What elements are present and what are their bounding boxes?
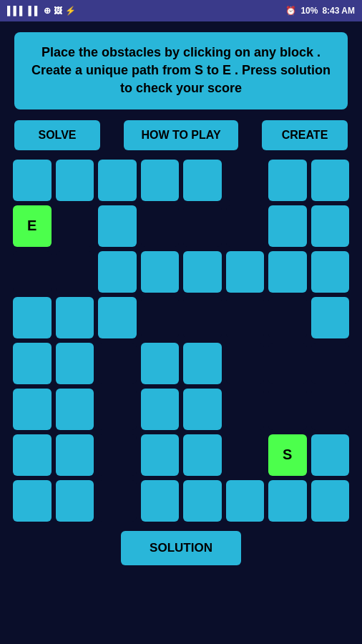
grid-cell[interactable] — [183, 297, 222, 338]
status-left: ▌▌▌ ▌▌ ⊕ 🖼 ⚡ — [7, 6, 76, 16]
grid-row — [11, 478, 351, 524]
grid-cell[interactable] — [98, 343, 137, 384]
grid-cell[interactable] — [56, 297, 94, 338]
grid-cell[interactable] — [56, 160, 94, 201]
grid-cell[interactable] — [183, 480, 222, 522]
grid-cell[interactable] — [311, 297, 350, 338]
instruction-text: Place the obstacles by clicking on any b… — [31, 45, 331, 95]
grid-cell[interactable] — [98, 434, 137, 476]
usb-icon: ⚡ — [65, 6, 76, 16]
grid-cell[interactable] — [226, 251, 265, 293]
grid-cell[interactable] — [311, 205, 350, 247]
grid-cell[interactable]: E — [13, 205, 52, 247]
grid-cell[interactable] — [311, 160, 350, 201]
grid-cell[interactable] — [98, 205, 137, 247]
grid-cell[interactable] — [13, 251, 52, 293]
grid-cell[interactable] — [141, 205, 180, 247]
grid-cell[interactable] — [311, 480, 350, 522]
grid-cell[interactable] — [13, 434, 52, 476]
grid-cell[interactable] — [13, 160, 52, 201]
grid-cell[interactable] — [141, 251, 180, 293]
grid-cell[interactable] — [13, 343, 52, 384]
grid-cell[interactable] — [268, 297, 307, 338]
grid-cell[interactable] — [268, 205, 307, 247]
signal-bars-1: ▌▌▌ — [7, 6, 26, 16]
grid-cell[interactable] — [141, 297, 180, 338]
vpn-icon: ⊕ — [44, 6, 51, 16]
grid-cell[interactable] — [141, 480, 180, 522]
alarm-icon: ⏰ — [285, 6, 296, 16]
solution-row: SOLUTION — [0, 531, 362, 565]
grid-cell[interactable] — [98, 389, 137, 430]
grid-cell[interactable] — [98, 251, 137, 293]
grid-cell[interactable] — [13, 389, 52, 430]
image-icon: 🖼 — [54, 6, 62, 16]
grid-cell[interactable]: S — [268, 434, 307, 476]
grid-cell[interactable] — [268, 343, 307, 384]
grid-row: S — [11, 432, 351, 478]
grid-row — [11, 295, 351, 341]
grid-cell[interactable] — [56, 251, 94, 293]
grid-cell[interactable] — [141, 389, 180, 430]
grid-cell[interactable] — [226, 205, 265, 247]
grid-cell[interactable] — [183, 434, 222, 476]
buttons-row: SOLVE HOW TO PLAY CREATE — [14, 120, 348, 150]
battery-level: 10% — [300, 6, 318, 16]
clock-time: 8:43 AM — [322, 6, 355, 16]
signal-bars-2: ▌▌ — [29, 6, 41, 16]
grid-cell[interactable] — [56, 343, 94, 384]
grid-row — [11, 386, 351, 432]
grid-cell[interactable] — [141, 160, 180, 201]
grid-cell[interactable] — [311, 434, 350, 476]
grid-cell[interactable] — [183, 160, 222, 201]
grid-cell[interactable] — [311, 343, 350, 384]
grid-cell[interactable] — [13, 297, 52, 338]
grid-cell[interactable] — [226, 480, 265, 522]
grid-cell[interactable] — [226, 389, 265, 430]
grid-cell[interactable] — [311, 251, 350, 293]
status-bar: ▌▌▌ ▌▌ ⊕ 🖼 ⚡ ⏰ 10% 8:43 AM — [0, 0, 362, 21]
grid-cell[interactable] — [226, 343, 265, 384]
grid-row — [11, 341, 351, 386]
grid-cell[interactable] — [56, 434, 94, 476]
grid-cell[interactable] — [183, 205, 222, 247]
grid-cell[interactable] — [141, 343, 180, 384]
grid-cell[interactable] — [311, 389, 350, 430]
grid-row — [11, 157, 351, 203]
grid-cell[interactable] — [98, 160, 137, 201]
grid-cell[interactable] — [98, 297, 137, 338]
grid-cell[interactable] — [268, 389, 307, 430]
grid-cell[interactable] — [183, 343, 222, 384]
grid-cell[interactable] — [183, 251, 222, 293]
status-right: ⏰ 10% 8:43 AM — [285, 6, 355, 16]
instruction-box: Place the obstacles by clicking on any b… — [14, 32, 348, 109]
game-grid: ES — [11, 157, 351, 524]
how-to-play-button[interactable]: HOW TO PLAY — [124, 120, 238, 150]
grid-cell[interactable] — [226, 160, 265, 201]
grid-cell[interactable] — [98, 480, 137, 522]
grid-cell[interactable] — [268, 480, 307, 522]
grid-row: E — [11, 203, 351, 249]
solution-button[interactable]: SOLUTION — [121, 531, 241, 565]
create-button[interactable]: CREATE — [262, 120, 348, 150]
grid-cell[interactable] — [268, 160, 307, 201]
grid-cell[interactable] — [56, 480, 94, 522]
grid-cell[interactable] — [226, 297, 265, 338]
grid-row — [11, 249, 351, 295]
grid-cell[interactable] — [268, 251, 307, 293]
grid-cell[interactable] — [56, 205, 94, 247]
grid-cell[interactable] — [13, 480, 52, 522]
grid-cell[interactable] — [183, 389, 222, 430]
grid-cell[interactable] — [56, 389, 94, 430]
grid-cell[interactable] — [226, 434, 265, 476]
solve-button[interactable]: SOLVE — [14, 120, 100, 150]
grid-cell[interactable] — [141, 434, 180, 476]
